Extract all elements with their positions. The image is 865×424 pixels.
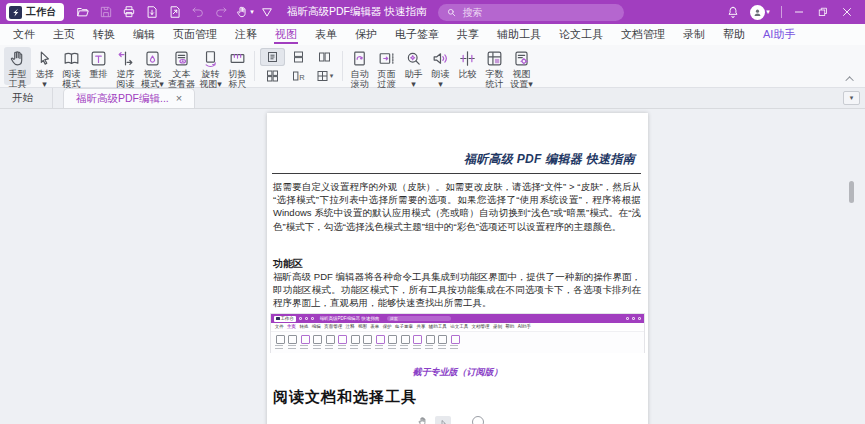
export-icon [145,5,159,19]
ribbon-group-view-tools: 自动 滚动 页面 过渡 助手 ▾ 朗读 ▾ 比较 [346,47,535,85]
continuous-view-button[interactable] [286,48,311,66]
save-button[interactable] [95,1,118,23]
undo-button[interactable] [187,1,210,23]
facing-view-button[interactable] [312,48,337,66]
scrollbar-thumb[interactable] [849,181,854,203]
menu-home[interactable]: 主页 [44,24,84,45]
create-pdf-button[interactable] [164,1,187,23]
single-page-view-button[interactable] [260,48,285,66]
menu-bar: 文件 主页 转换 编辑 页面管理 注释 视图 表单 保护 电子签章 共享 辅助工… [0,24,865,45]
tab-document[interactable]: 福昕高级PDF编辑... × [63,88,195,108]
workspace-label: 工作台 [26,5,56,19]
minimize-button[interactable] [787,1,811,23]
create-icon [168,5,182,19]
menu-ai-assistant[interactable]: AI助手 [754,24,804,45]
reflow-icon [89,49,108,68]
notifications-button[interactable] [721,1,744,23]
pdf-paragraph: 据需要自定义设置程序的外观（皮肤）。如需更改皮肤，请选择“文件” > “皮肤”，… [273,180,641,233]
word-count-button[interactable]: 字数 统计 [481,47,508,85]
menu-file[interactable]: 文件 [4,24,44,45]
restore-button[interactable] [811,1,835,23]
reflow-button[interactable]: 重排 [85,47,112,85]
rotate-icon [201,49,220,68]
menu-comment[interactable]: 注释 [226,24,266,45]
compare-button[interactable]: 比较 [454,47,481,85]
folder-icon [76,5,90,19]
inline-tool-icon [435,416,451,424]
print-icon [122,5,136,19]
embedded-doc-title: 福昕高级PDF编辑器 快速指南 [320,316,380,321]
hand-tool-button[interactable]: 手型 工具 [4,47,31,85]
vertical-scrollbar[interactable] [848,109,854,424]
hand-icon [417,416,428,424]
close-button[interactable] [835,1,859,23]
separate-cover-button[interactable] [286,67,311,85]
search-box[interactable] [438,4,624,21]
assistant-button[interactable]: 助手 ▾ [400,47,427,85]
lay-cont-icon [292,51,305,63]
embedded-toolbar-icon [305,317,309,321]
print-button[interactable] [118,1,141,23]
menu-edit[interactable]: 编辑 [124,24,164,45]
redo-icon [214,5,228,19]
hand-icon [8,49,27,68]
ruler-icon [228,49,247,68]
tab-list-button[interactable]: ▾ [843,91,860,105]
title-bar: 工作台 [0,0,865,24]
caret-down-icon: ▾ [250,8,254,16]
page-transition-button[interactable]: 页面 过渡 [373,47,400,85]
pdf-page-title: 福昕高级 PDF 编辑器 快速指南 [273,151,635,168]
inline-circle-icon [472,416,484,424]
undo-icon [191,5,205,19]
menu-view[interactable]: 视图 [266,24,306,45]
hand-icon [235,5,249,19]
view-settings-button[interactable]: 视图 设置▾ [508,47,535,85]
menu-share[interactable]: 共享 [448,24,488,45]
document-area: 福昕高级 PDF 编辑器 快速指南 据需要自定义设置程序的外观（皮肤）。如需更改… [0,109,865,424]
select-tool-button[interactable]: 选择 ▾ [31,47,58,85]
hand-tool-quick-button[interactable]: ▾ [233,1,256,23]
search-icon [446,7,457,18]
toggle-ruler-button[interactable]: 切换 标尺 [224,47,251,85]
embedded-toolbar-icon [299,317,303,321]
rotate-view-button[interactable]: 旋转 视图▾ [197,47,224,85]
account-button[interactable]: ▾ [744,1,776,23]
auto-scroll-button[interactable]: 自动 滚动 [346,47,373,85]
book-icon [62,49,81,68]
workspace-button[interactable]: 工作台 [6,3,64,21]
embedded-toolbar-icon [311,317,315,321]
divider [781,6,782,18]
quick-access-toolbar: ▾ [72,1,279,23]
menu-paper-tools[interactable]: 论文工具 [550,24,612,45]
search-input[interactable] [462,7,592,18]
text-viewer-button[interactable]: 文本 查看器 [166,47,197,85]
menu-page-management[interactable]: 页面管理 [164,24,226,45]
read-aloud-button[interactable]: 朗读 ▾ [427,47,454,85]
titlebar-right-controls: ▾ [721,1,859,23]
menu-form[interactable]: 表单 [306,24,346,45]
chevron-up-icon [845,76,853,84]
read-mode-button[interactable]: 阅读 模式 [58,47,85,85]
redo-button[interactable] [210,1,233,23]
menu-protect[interactable]: 保护 [346,24,386,45]
menu-help[interactable]: 帮助 [714,24,754,45]
open-file-button[interactable] [72,1,95,23]
collapse-quickbar-button[interactable] [256,1,279,23]
window-document-title: 福昕高级PDF编辑器 快速指南 [287,5,426,19]
continuous-facing-view-button[interactable] [260,67,285,85]
embedded-ribbon [271,331,644,353]
export-pdf-button[interactable] [141,1,164,23]
menu-doc-management[interactable]: 文档管理 [612,24,674,45]
split-view-button[interactable]: ▾ [312,67,337,85]
reverse-read-button[interactable]: 逆序 阅读 [112,47,139,85]
document-tab-bar: 开始 福昕高级PDF编辑... × ▾ [0,88,865,109]
menu-esign[interactable]: 电子签章 [386,24,448,45]
collapse-ribbon-button[interactable] [846,75,856,83]
bell-icon [726,5,740,19]
menu-record[interactable]: 录制 [674,24,714,45]
tab-start[interactable]: 开始 [0,88,53,108]
tab-close-icon[interactable]: × [176,93,182,104]
visual-mode-button[interactable]: 视觉 模式▾ [139,47,166,85]
menu-convert[interactable]: 转换 [84,24,124,45]
menu-accessibility-tools[interactable]: 辅助工具 [488,24,550,45]
